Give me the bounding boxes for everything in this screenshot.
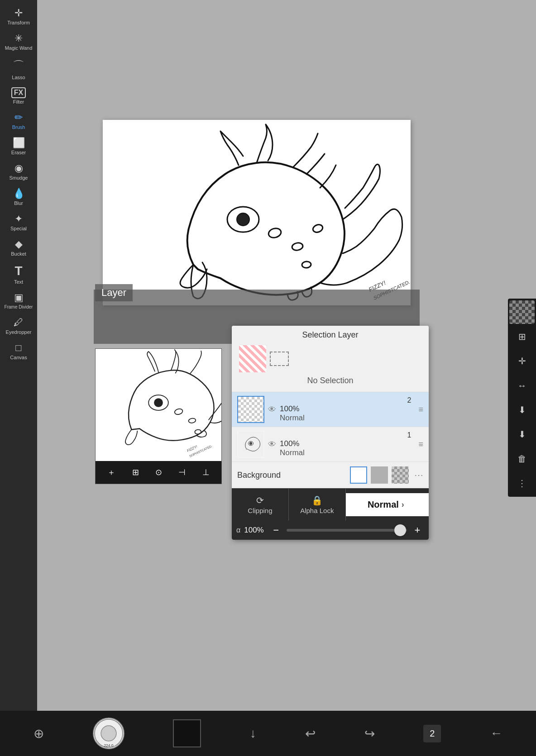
camera-button[interactable]: ⊙ — [153, 466, 164, 479]
tool-bucket[interactable]: ◆ Bucket — [1, 236, 36, 259]
alpha-lock-icon: 🔒 — [311, 495, 323, 506]
thumbnail-panel: FIZZY! SOPHISTCATED. ＋ ⊞ ⊙ ⊣ ⊥ — [95, 348, 222, 484]
tool-frame-divider[interactable]: ▣ Frame Divider — [1, 289, 36, 312]
layer-row-1[interactable]: 👁 1 100% Normal ≡ — [232, 427, 429, 461]
special-icon: ✦ — [14, 213, 23, 225]
tool-smudge[interactable]: ◉ Smudge — [1, 160, 36, 183]
canvas-area: FIZZY! SOPHISTCATED. Layer — [37, 0, 536, 711]
bottom-toolbar: ⊕ 224.0 ↓ ↩ ↪ 2 ← — [0, 711, 536, 756]
merge-down-icon: ⬇ — [518, 404, 526, 415]
move-down-icon: ↓ — [250, 726, 256, 741]
layer-2-visibility[interactable]: 👁 — [268, 405, 276, 414]
alpha-slider[interactable] — [287, 529, 407, 532]
tool-brush[interactable]: ✏ Brush — [1, 109, 36, 133]
blend-bar: ⟳ Clipping 🔒 Alpha Lock Normal › — [232, 488, 429, 521]
layer-count-badge[interactable]: 2 — [423, 725, 441, 742]
tool-transform[interactable]: ✛ Transform — [1, 5, 36, 28]
filter-icon: FX — [11, 87, 26, 98]
background-checker-swatch[interactable] — [392, 466, 409, 484]
blend-mode-value: Normal — [368, 499, 399, 510]
layer-1-info: 1 100% Normal — [280, 431, 415, 457]
blend-mode-chevron: › — [399, 500, 407, 509]
move-down-button[interactable]: ↓ — [250, 726, 256, 741]
redo-icon: ↪ — [364, 726, 375, 741]
flip-horizontal-button[interactable]: ↔ — [509, 374, 535, 397]
add-layer-button[interactable]: ＋ — [105, 465, 117, 480]
alpha-lock-label: Alpha Lock — [300, 507, 334, 514]
undo-icon: ↩ — [305, 726, 316, 741]
layer-1-thumbnail — [237, 431, 264, 458]
delete-layer-button[interactable]: 🗑 — [509, 447, 535, 471]
alpha-value: 100% — [244, 526, 263, 535]
thumbnail-canvas: FIZZY! SOPHISTCATED. — [96, 349, 221, 461]
clipping-button[interactable]: ⟳ Clipping — [232, 489, 289, 521]
redo-button[interactable]: ↪ — [364, 726, 375, 741]
tool-blur[interactable]: 💧 Blur — [1, 185, 36, 209]
tool-bucket-label: Bucket — [11, 251, 26, 257]
download-button[interactable]: ⬇ — [509, 423, 535, 446]
layer-1-mode: Normal — [280, 448, 305, 457]
flip-horizontal-icon: ↔ — [517, 380, 526, 391]
checkerboard-button[interactable] — [509, 300, 535, 324]
layer-1-opacity: 100% — [280, 439, 299, 448]
canvas-icon: □ — [15, 342, 21, 354]
layer-count-value: 2 — [430, 728, 435, 738]
add-group-button[interactable]: ⊞ — [130, 466, 141, 479]
tool-eraser[interactable]: ⬜ Eraser — [1, 134, 36, 158]
layer-2-info: 2 100% Normal — [280, 396, 415, 423]
tool-brush-label: Brush — [12, 124, 25, 130]
export-button[interactable]: ⊥ — [201, 466, 211, 479]
merge-down-button[interactable]: ⬇ — [509, 398, 535, 422]
alpha-increase-button[interactable]: + — [411, 524, 424, 536]
layer-1-visibility[interactable]: 👁 — [268, 440, 276, 449]
tool-filter[interactable]: FX Filter — [1, 85, 36, 107]
layer-panel-title: Layer — [95, 284, 133, 301]
background-row: Background ⋯ — [232, 461, 429, 488]
selection-dashed-box — [270, 352, 289, 366]
back-icon: ← — [490, 726, 502, 741]
clipping-label: Clipping — [248, 507, 272, 514]
tool-eyedropper[interactable]: 🖊 Eyedropper — [1, 314, 36, 338]
background-more-button[interactable]: ⋯ — [414, 470, 423, 480]
move-button[interactable]: ✛ — [509, 349, 535, 373]
svg-text:224.0: 224.0 — [104, 743, 113, 748]
brush-size-button[interactable]: 224.0 — [93, 718, 124, 749]
flip-button[interactable]: ⊣ — [177, 466, 187, 479]
alpha-label: α — [236, 526, 240, 534]
blend-mode-selector[interactable]: Normal › — [346, 493, 429, 516]
tool-magic-wand[interactable]: ✳ Magic Wand — [1, 30, 36, 53]
tool-text[interactable]: T Text — [1, 261, 36, 287]
back-button[interactable]: ← — [490, 726, 502, 741]
layer-2-number: 2 — [407, 396, 412, 404]
right-sidebar: ⊞ ✛ ↔ ⬇ ⬇ 🗑 ⋮ — [508, 299, 536, 497]
alpha-decrease-button[interactable]: − — [269, 524, 283, 536]
layer-from-image-icon: ⊞ — [518, 331, 526, 342]
svg-point-21 — [101, 726, 116, 741]
undo-button[interactable]: ↩ — [305, 726, 316, 741]
selection-layer-row — [239, 343, 421, 374]
dragon-svg: FIZZY! SOPHISTCATED. — [103, 120, 411, 305]
alpha-lock-button[interactable]: 🔒 Alpha Lock — [289, 489, 346, 521]
thumbnail-svg: FIZZY! SOPHISTCATED. — [96, 349, 221, 461]
background-white-swatch[interactable] — [350, 466, 367, 484]
more-options-button[interactable]: ⋮ — [509, 471, 535, 495]
transform-icon: ✛ — [14, 7, 23, 19]
tool-lasso[interactable]: ⌒ Lasso — [1, 55, 36, 83]
main-canvas[interactable]: FIZZY! SOPHISTCATED. — [103, 120, 411, 305]
layer-2-menu[interactable]: ≡ — [418, 405, 423, 414]
tool-eraser-label: Eraser — [11, 150, 26, 155]
tool-filter-label: Filter — [13, 99, 24, 105]
selection-thumbnail — [239, 345, 266, 372]
layer-1-menu[interactable]: ≡ — [418, 440, 423, 449]
tool-special[interactable]: ✦ Special — [1, 210, 36, 234]
color-swatch-button[interactable] — [173, 719, 201, 747]
layer-row-2[interactable]: 👁 2 100% Normal ≡ — [232, 392, 429, 427]
tool-canvas[interactable]: □ Canvas — [1, 339, 36, 363]
alpha-slider-thumb — [394, 524, 406, 536]
tool-smudge-label: Smudge — [10, 175, 28, 181]
tool-transform-label: Transform — [7, 20, 30, 25]
layer-from-image-button[interactable]: ⊞ — [509, 325, 535, 348]
background-grey-swatch[interactable] — [371, 466, 388, 484]
selection-tool-button[interactable]: ⊕ — [34, 726, 44, 741]
left-toolbar: ✛ Transform ✳ Magic Wand ⌒ Lasso FX Filt… — [0, 0, 37, 711]
